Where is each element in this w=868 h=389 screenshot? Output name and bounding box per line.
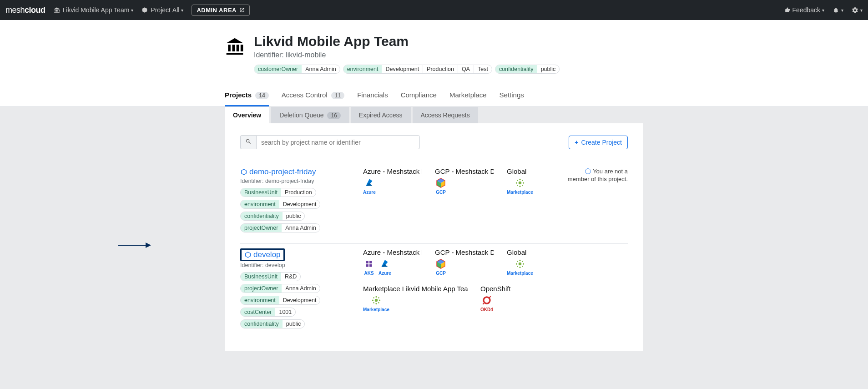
platform-icon[interactable]: Marketplace: [507, 177, 533, 195]
platform-icon[interactable]: Azure: [363, 177, 376, 195]
svg-point-7: [517, 185, 518, 186]
project-platforms: Azure - Meshstack DevAKSAzureGCP - Meshs…: [363, 248, 566, 312]
platform-icon[interactable]: GCP: [435, 177, 447, 195]
platform-label: GCP: [436, 190, 446, 195]
chevron-down-icon: ▾: [860, 8, 863, 13]
project-tags: BusinessUnitProductionenvironmentDevelop…: [240, 188, 363, 232]
brand-bold: cloud: [25, 5, 45, 15]
tag-key: projectOwner: [241, 284, 282, 293]
tab-projects-label: Projects: [225, 91, 252, 99]
platform-icon[interactable]: OKD4: [480, 294, 493, 312]
tag-value: Production: [423, 65, 458, 73]
subtab-deletion-queue[interactable]: Deletion Queue 16: [271, 107, 349, 123]
svg-point-10: [519, 260, 520, 261]
settings-button[interactable]: ▾: [852, 7, 863, 14]
brand-light: mesh: [5, 5, 25, 15]
platform-icon[interactable]: AKS: [363, 258, 375, 276]
cube-icon: [141, 7, 148, 13]
platform: OpenShiftOKD4: [480, 285, 540, 312]
svg-point-19: [375, 296, 377, 298]
plus-icon: +: [575, 139, 578, 146]
search-icon: [240, 135, 256, 149]
svg-point-26: [378, 302, 379, 303]
team-title: Likvid Mobile App Team: [254, 34, 560, 49]
project-tags: BusinessUnitR&DprojectOwnerAnna Adminenv…: [240, 272, 363, 328]
svg-point-20: [375, 303, 377, 304]
svg-point-5: [517, 180, 518, 181]
platform: GCP - Meshstack DevGCP: [435, 167, 494, 195]
bank-icon: [54, 7, 60, 13]
platform-icon[interactable]: GCP: [435, 258, 447, 276]
project-row: demo-project-friday Identifier: demo-pro…: [240, 163, 628, 244]
tag-value: Anna Admin: [302, 65, 339, 73]
notifications-button[interactable]: ▾: [833, 7, 843, 14]
svg-point-4: [523, 182, 524, 183]
svg-point-18: [375, 299, 378, 302]
project-label: Project: [151, 6, 171, 14]
tab-access-control-label: Access Control: [282, 91, 328, 99]
platform-icon[interactable]: Azure: [378, 258, 391, 276]
platform-label: Marketplace: [507, 271, 533, 276]
bell-icon: [833, 7, 839, 14]
svg-point-15: [522, 261, 523, 262]
platform-title: Azure - Meshstack Dev: [363, 248, 422, 256]
chevron-down-icon: ▾: [131, 8, 133, 13]
platform: GlobalMarketplace: [507, 167, 566, 195]
project-link[interactable]: demo-project-friday: [240, 167, 316, 177]
platform-icon[interactable]: Marketplace: [507, 258, 533, 276]
tag-group: projectOwnerAnna Admin: [240, 223, 320, 232]
platform: GlobalMarketplace: [507, 248, 566, 276]
tag-value: public: [283, 212, 305, 220]
feedback-button[interactable]: Feedback ▾: [784, 6, 824, 14]
chevron-down-icon: ▾: [181, 8, 183, 13]
sub-tabs: Overview Deletion Queue 16 Expired Acces…: [225, 107, 643, 123]
create-project-button[interactable]: + Create Project: [569, 136, 628, 149]
subtab-deletion-queue-count: 16: [327, 112, 340, 119]
page-header: Likvid Mobile App Team Identifier: likvi…: [0, 20, 868, 107]
tag-group: confidentialitypublic: [240, 212, 305, 221]
tag-key: BusinessUnit: [241, 273, 281, 281]
tag-key: environment: [241, 296, 279, 304]
platform-icon[interactable]: Marketplace: [363, 294, 389, 312]
tab-access-control[interactable]: Access Control 11: [282, 86, 344, 106]
platform-title: GCP - Meshstack Dev: [435, 167, 494, 175]
platform-title: OpenShift: [480, 285, 540, 293]
subtab-overview[interactable]: Overview: [225, 107, 269, 123]
tab-compliance[interactable]: Compliance: [401, 86, 437, 106]
project-link[interactable]: develop: [244, 250, 281, 259]
projects-panel: + Create Project demo-project-friday Ide…: [225, 123, 643, 351]
tab-projects-count: 14: [255, 92, 268, 99]
project-selector[interactable]: Project All ▾: [141, 6, 183, 14]
tag-value: 1001: [275, 308, 295, 316]
brand-logo[interactable]: meshcloud: [5, 5, 45, 15]
tab-settings[interactable]: Settings: [500, 86, 524, 106]
platform-label: Azure: [378, 271, 391, 276]
tag-group: BusinessUnitProduction: [240, 188, 316, 197]
search-input[interactable]: [256, 135, 420, 149]
external-link-icon: [239, 7, 245, 13]
tag-key: projectOwner: [241, 224, 282, 232]
team-selector[interactable]: Likvid Mobile App Team ▾: [54, 6, 134, 14]
admin-area-button[interactable]: ADMIN AREA: [192, 5, 250, 16]
subtab-expired-access[interactable]: Expired Access: [351, 107, 411, 123]
tab-projects[interactable]: Projects 14: [225, 86, 269, 106]
tab-marketplace[interactable]: Marketplace: [449, 86, 487, 106]
project-identifier: Identifier: develop: [240, 262, 363, 268]
project-row: develop Identifier: develop BusinessUnit…: [240, 244, 628, 339]
svg-point-16: [517, 266, 518, 267]
subtab-access-requests[interactable]: Access Requests: [413, 107, 478, 123]
project-identifier: Identifier: demo-project-friday: [240, 178, 363, 184]
svg-point-21: [372, 299, 373, 301]
content: Overview Deletion Queue 16 Expired Acces…: [225, 107, 643, 351]
tag-value: Production: [281, 188, 316, 197]
svg-point-25: [373, 302, 374, 303]
thumbs-up-icon: [784, 7, 791, 13]
platform: GCP - Meshstack DevGCP: [435, 248, 494, 276]
platform-title: Global: [507, 248, 566, 256]
svg-point-12: [516, 263, 517, 264]
tab-financials[interactable]: Financials: [357, 86, 388, 106]
tag-group: environmentDevelopment: [240, 296, 320, 305]
project-info-msg: ⓘYou are not a member of this project.: [566, 167, 628, 182]
team-tags: customerOwnerAnna AdminenvironmentDevelo…: [254, 65, 560, 74]
svg-point-22: [379, 299, 380, 301]
